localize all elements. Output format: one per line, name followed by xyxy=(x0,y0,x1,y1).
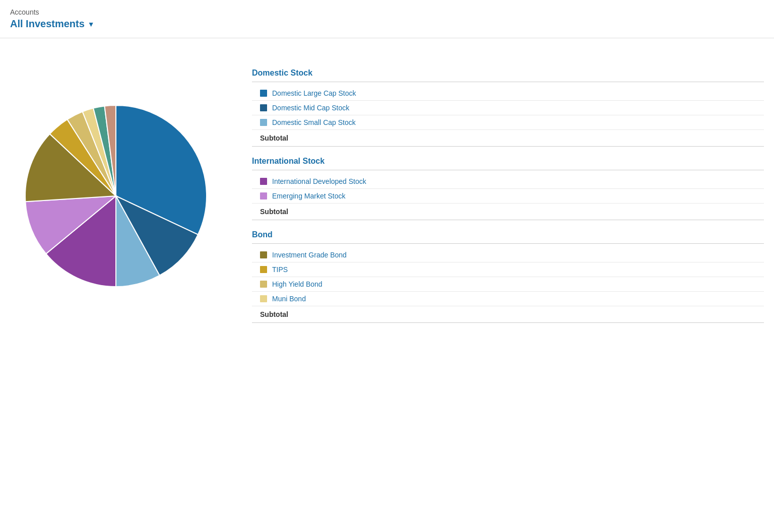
legend-color-box xyxy=(260,281,267,288)
legend-item[interactable]: Domestic Small Cap Stock xyxy=(252,115,764,130)
legend-item[interactable]: Muni Bond xyxy=(252,292,764,306)
legend-section-title-international-stock: International Stock xyxy=(252,157,764,170)
legend-item-label: Domestic Small Cap Stock xyxy=(272,118,356,126)
legend-color-box xyxy=(260,251,267,258)
legend-item-label: International Developed Stock xyxy=(272,177,366,185)
legend-color-box xyxy=(260,104,267,111)
page-title[interactable]: All Investments xyxy=(10,18,85,30)
legend-color-box xyxy=(260,192,267,200)
legend-color-box xyxy=(260,295,267,302)
legend-item-label: Muni Bond xyxy=(272,295,306,303)
legend-item-label: High Yield Bond xyxy=(272,280,322,288)
legend-section-international-stock: International StockInternational Develop… xyxy=(252,157,764,220)
legend-item-label: TIPS xyxy=(272,265,288,274)
title-row: All Investments ▼ xyxy=(10,18,764,30)
legend-section-bond: BondInvestment Grade BondTIPSHigh Yield … xyxy=(252,230,764,323)
legend-color-box xyxy=(260,266,267,273)
legend-item[interactable]: Emerging Market Stock xyxy=(252,189,764,204)
legend-item[interactable]: Domestic Mid Cap Stock xyxy=(252,101,764,115)
legend-subtotal-bond: Subtotal xyxy=(252,306,764,323)
chart-container xyxy=(10,58,222,333)
pie-chart xyxy=(20,100,212,292)
legend-subtotal-international-stock: Subtotal xyxy=(252,204,764,220)
legend-section-domestic-stock: Domestic StockDomestic Large Cap StockDo… xyxy=(252,69,764,147)
legend-item-label: Domestic Large Cap Stock xyxy=(272,89,356,97)
header: Accounts All Investments ▼ xyxy=(0,0,774,34)
legend-item[interactable]: High Yield Bond xyxy=(252,277,764,292)
legend-subtotal-domestic-stock: Subtotal xyxy=(252,130,764,147)
breadcrumb: Accounts xyxy=(10,8,764,16)
dropdown-arrow-icon[interactable]: ▼ xyxy=(88,20,95,28)
legend-color-box xyxy=(260,178,267,185)
legend-item-label: Domestic Mid Cap Stock xyxy=(272,104,349,112)
legend-item[interactable]: International Developed Stock xyxy=(252,174,764,189)
legend-item[interactable]: Domestic Large Cap Stock xyxy=(252,86,764,101)
legend-color-box xyxy=(260,90,267,97)
legend-section-title-bond: Bond xyxy=(252,230,764,244)
legend-color-box xyxy=(260,119,267,126)
main-content: Domestic StockDomestic Large Cap StockDo… xyxy=(0,38,774,343)
legend-item-label: Emerging Market Stock xyxy=(272,192,346,200)
legend-section-title-domestic-stock: Domestic Stock xyxy=(252,69,764,82)
legend-item-label: Investment Grade Bond xyxy=(272,251,347,259)
legend-item[interactable]: Investment Grade Bond xyxy=(252,248,764,262)
legend-item[interactable]: TIPS xyxy=(252,262,764,277)
legend-container: Domestic StockDomestic Large Cap StockDo… xyxy=(252,58,764,333)
